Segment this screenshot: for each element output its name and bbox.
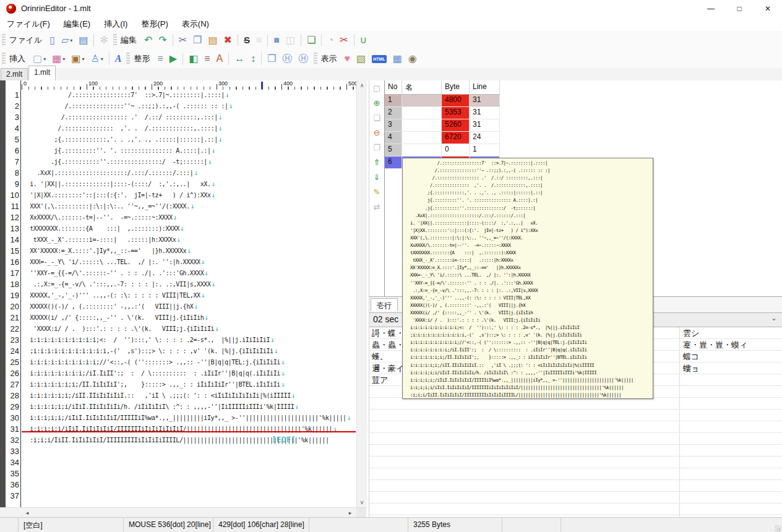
phrase-row[interactable] [369,492,782,504]
newline-marker-icon: ↓ [281,358,285,366]
preview-eye-button[interactable]: ◉ [406,51,419,66]
remove-entry-button[interactable]: ⊖ [371,127,382,138]
menu-item-1[interactable]: 編集(E) [57,19,97,30]
scroll-down-icon[interactable]: ∨ [357,497,367,507]
paste-button[interactable]: ▤ [205,33,220,48]
line-number: 18 [6,279,20,290]
table-row[interactable]: 501 [385,144,500,157]
art-line: ;{.::::::::::::,'. . .,'. ., .:::::|::::… [405,189,634,197]
editor-horizontal-scrollbar[interactable]: ◂ ▸ [0,507,366,518]
duplicate-entry-button[interactable]: ❐ [371,142,382,153]
phrase-row[interactable] [369,468,782,480]
layers-button[interactable]: ❏ [304,33,318,48]
line-number: 4 [6,123,20,134]
new-entry-button[interactable]: ▢ [371,83,382,93]
entry-cell-name [402,144,442,156]
add-entry-icon: ⊕ [374,98,380,108]
table-row[interactable]: 4672024 [385,132,500,144]
minimize-button[interactable]: — [697,0,725,17]
ascii-art-canvas[interactable]: /.::::::::::::::::7' ::>.7|~.::::::::|.:… [22,90,356,507]
refresh-entries-button[interactable]: ⇄ [371,202,382,212]
u-turn-button[interactable]: ∪ [358,33,370,48]
align-lines-button[interactable]: ≡ [202,51,212,66]
scroll-up-icon[interactable]: ∧ [357,80,367,90]
copy-button[interactable]: ❐ [191,33,204,48]
menu-item-0[interactable]: ファイル(F) [0,19,57,30]
menu-item-2[interactable]: 挿入(I) [97,19,134,30]
save-file-button[interactable]: ▤ [76,33,90,48]
insert-text-icon: A [115,51,122,66]
window-split-button[interactable]: ❐ [265,51,278,66]
editor-pane[interactable]: 1234567891011121314151617181920212223242… [0,80,366,517]
crescent-button[interactable]: ◔ [325,33,336,48]
new-file-button[interactable]: ▯ [47,33,58,48]
window-split-icon: ❐ [267,51,276,66]
insert-palette-button[interactable]: ▦▾ [49,51,67,66]
fill-color-button[interactable]: ■ [271,33,282,48]
editor-vertical-scrollbar[interactable]: ∧ ∨ [356,80,367,507]
doc-tab-1.mlt[interactable]: 1.mlt [28,66,56,80]
move-entry-up-button[interactable]: ⇑ [371,157,382,168]
add-entry-button[interactable]: ⊕ [371,98,382,108]
insert-page-button[interactable]: ▢▾ [30,51,48,66]
move-entry-down-button[interactable]: ⇓ [371,172,382,182]
table-row[interactable]: 1480031 [385,95,500,107]
line-number: 23 [6,335,20,346]
align-left-button[interactable]: ≡ [155,51,165,66]
menu-item-4[interactable]: 表示(N) [175,19,216,30]
table-row[interactable]: 3526031 [385,119,500,132]
fit-width-button[interactable]: ↔ [232,51,247,66]
phrase-row[interactable] [369,421,782,433]
undo-button[interactable]: ↶ [142,33,155,48]
art-line-text: XXX=-_-_Y\ 'i/.:::::\ ...TEL. ,/ |:. '':… [405,272,530,278]
resize-grip[interactable] [775,525,781,531]
indent-left-button[interactable]: ◧ [186,51,200,66]
media-edit-button[interactable]: ▧ [354,51,368,66]
strikethrough-button[interactable]: S [241,33,252,48]
phrase-row[interactable] [369,398,782,410]
delete-button[interactable]: ✖ [221,33,234,48]
grid-view-button[interactable]: ▦ [390,51,405,66]
edit-entry-button[interactable]: ✎ [371,187,382,197]
memo-button[interactable]: ≡ [254,33,264,48]
package-button[interactable]: ◫ [283,33,298,48]
favorite-button[interactable]: ♥ [342,51,353,66]
table-row[interactable]: 2535331 [385,107,500,119]
chevron-down-icon[interactable]: ⌄ [771,314,777,322]
half-convert-1-button[interactable]: Ⓗ [280,51,295,66]
entry-cell-byte: 5353 [442,107,470,119]
insert-character-button[interactable]: ♙▾ [88,51,105,66]
scroll-left-icon[interactable]: ◂ [22,508,32,518]
plugin-settings-button[interactable]: ✻ [97,33,110,48]
close-button[interactable]: ✕ [754,0,782,17]
convert-chars-button[interactable]: A [214,51,226,66]
trim-button[interactable]: ✂ [337,33,350,48]
cut-button[interactable]: ✂ [176,33,189,48]
strikethrough-icon: S [244,33,250,48]
preview-popup[interactable]: /.::::::::::::::::7' ::>.7|~.::::::::|.:… [402,158,653,399]
tab-ichigyo[interactable]: 壱行 [371,298,398,311]
menu-item-3[interactable]: 整形(P) [134,19,174,30]
doc-tab-2.mlt[interactable]: 2.mlt [1,68,28,80]
copy-entry-button[interactable]: ❏ [371,113,382,123]
open-file-button[interactable]: ▱▾ [59,33,75,48]
phrase-left-text: 荳ア [372,375,388,386]
half-convert-2-button[interactable]: Ⓗ [296,51,311,66]
insert-box-button[interactable]: ▣▾ [69,51,87,66]
html-view-button[interactable]: HTML [369,51,389,66]
fit-height-button[interactable]: ↕ [248,51,258,66]
phrase-row[interactable] [369,457,782,468]
phrase-row[interactable] [369,410,782,421]
phrase-row[interactable] [369,433,782,445]
media-edit-icon: ▧ [356,51,366,66]
phrase-row[interactable] [369,504,782,515]
phrase-row[interactable] [369,480,782,492]
insert-text-button[interactable]: A [113,51,124,66]
run-format-button[interactable]: ▶ [167,51,179,66]
maximize-button[interactable]: □ [725,0,754,17]
art-line: i. '|XX||.:::::::::::::|::::-(::::/ :,'.… [23,179,351,190]
phrase-row[interactable] [369,445,782,457]
line-number: 11 [6,201,20,212]
scroll-right-icon[interactable]: ▸ [345,508,355,518]
redo-button[interactable]: ↷ [156,33,169,48]
